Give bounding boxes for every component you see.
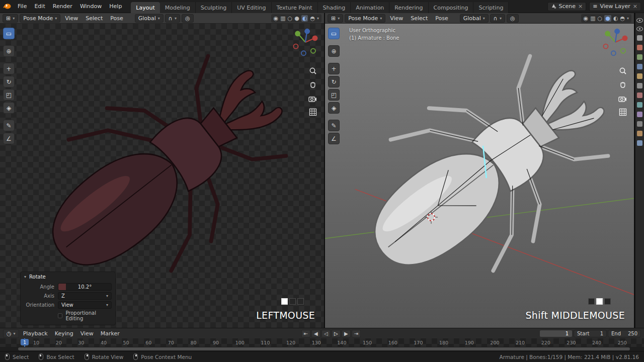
timeline-scrollbar[interactable] xyxy=(0,347,644,351)
view-layer-selector[interactable]: ≡ View Layer × xyxy=(589,2,641,11)
next-keyframe-button[interactable]: ▶ xyxy=(342,330,351,337)
editor-type-button[interactable]: ⊞▾ xyxy=(3,14,18,23)
eye-icon[interactable] xyxy=(636,27,643,31)
tool-cursor[interactable]: ⊕ xyxy=(328,45,340,57)
overlays-icon[interactable]: ◉ xyxy=(274,15,279,22)
workspace-tab[interactable]: Texture Paint xyxy=(272,2,318,13)
menu-playback[interactable]: Playback xyxy=(20,329,51,338)
menu-pose[interactable]: Pose xyxy=(432,14,451,23)
tool-measure[interactable]: ∠ xyxy=(328,133,340,144)
shading-rendered-icon[interactable]: ◓ xyxy=(310,15,315,22)
menu-marker[interactable]: Marker xyxy=(98,329,123,338)
frame-end-field[interactable]: End250 xyxy=(608,330,641,337)
tool-transform[interactable]: ◈ xyxy=(328,102,340,114)
tool-scale[interactable]: ◰ xyxy=(3,89,15,101)
menu-pose[interactable]: Pose xyxy=(107,14,126,23)
jump-to-end-button[interactable]: ⇥ xyxy=(352,330,361,337)
tool-scale[interactable]: ◰ xyxy=(328,89,340,101)
orientation-dropdown[interactable]: Global▾ xyxy=(135,14,164,23)
object-properties-tab-icon[interactable] xyxy=(637,93,642,98)
workspace-tab[interactable]: Compositing xyxy=(429,2,474,13)
editor-type-button[interactable]: ⊞▾ xyxy=(328,14,343,23)
xray-icon[interactable]: ▥ xyxy=(590,15,595,22)
shading-wireframe-icon[interactable]: ○ xyxy=(288,15,293,22)
shading-solid-icon[interactable]: ● xyxy=(294,15,299,22)
shading-wireframe-icon[interactable]: ○ xyxy=(598,15,603,22)
shading-rendered-icon[interactable]: ◓ xyxy=(620,15,625,22)
proportional-editing-checkbox[interactable] xyxy=(58,313,62,318)
jump-to-start-button[interactable]: ⇤ xyxy=(301,330,310,337)
menu-render[interactable]: Render xyxy=(49,2,76,11)
workspace-tab[interactable]: Rendering xyxy=(389,2,428,13)
overlays-icon[interactable]: ◉ xyxy=(584,15,589,22)
workspace-tab[interactable]: Modeling xyxy=(160,2,196,13)
tool-annotate[interactable]: ✎ xyxy=(328,120,340,131)
axis-dropdown[interactable]: Z▾ xyxy=(58,292,112,300)
scene-selector[interactable]: Scene × xyxy=(547,2,587,11)
frame-start-field[interactable]: Start1 xyxy=(574,330,607,337)
workspace-tab[interactable]: Shading xyxy=(318,2,351,13)
perspective-grid-icon[interactable] xyxy=(619,108,627,116)
physics-properties-tab-icon[interactable] xyxy=(637,121,642,127)
perspective-grid-icon[interactable] xyxy=(309,108,317,116)
constraints-properties-tab-icon[interactable] xyxy=(637,131,642,136)
output-properties-tab-icon[interactable] xyxy=(637,54,642,60)
menu-view[interactable]: View xyxy=(62,14,81,23)
camera-icon[interactable] xyxy=(308,95,317,102)
data-properties-tab-icon[interactable] xyxy=(637,140,642,146)
eye-icon[interactable] xyxy=(636,18,643,23)
menu-file[interactable]: File xyxy=(14,2,30,11)
shading-material-icon[interactable]: ◐ xyxy=(301,15,308,22)
render-properties-tab-icon[interactable] xyxy=(637,45,642,50)
close-icon[interactable]: × xyxy=(633,3,637,10)
tool-measure[interactable]: ∠ xyxy=(3,133,15,144)
orientation-dropdown[interactable]: View▾ xyxy=(58,301,112,309)
scrollbar-thumb[interactable] xyxy=(18,347,630,350)
menu-help[interactable]: Help xyxy=(106,2,125,11)
tool-rotate[interactable]: ↻ xyxy=(328,76,340,87)
workspace-tab[interactable]: Scripting xyxy=(473,2,509,13)
orientation-dropdown[interactable]: Global▾ xyxy=(460,14,489,23)
pan-hand-icon[interactable] xyxy=(309,81,317,89)
zoom-icon[interactable] xyxy=(309,67,317,75)
play-button[interactable]: ▷ xyxy=(332,330,341,337)
navigation-gizmo[interactable] xyxy=(601,28,630,59)
tool-move[interactable]: + xyxy=(3,63,15,74)
viewport-left-canvas[interactable]: ▭ ⊕ + ↻ ◰ ◈ ✎ ∠ xyxy=(0,24,324,328)
world-properties-tab-icon[interactable] xyxy=(637,83,642,88)
prev-keyframe-button[interactable]: ◀ xyxy=(311,330,320,337)
angle-field[interactable]: 10.2° xyxy=(58,283,112,291)
camera-icon[interactable] xyxy=(618,95,627,102)
tool-transform[interactable]: ◈ xyxy=(3,102,15,114)
menu-window[interactable]: Window xyxy=(76,2,105,11)
xray-icon[interactable]: ▥ xyxy=(280,15,285,22)
blender-logo-icon[interactable] xyxy=(3,3,12,10)
proportional-edit-button[interactable]: ◎ xyxy=(507,14,519,23)
workspace-tab[interactable]: Animation xyxy=(351,2,389,13)
timeline-ruler[interactable]: 1020304050607080901001101201301401501601… xyxy=(0,338,644,347)
tool-properties-tab-icon[interactable] xyxy=(637,35,642,41)
zoom-icon[interactable] xyxy=(619,67,627,75)
particles-properties-tab-icon[interactable] xyxy=(637,112,642,117)
view-layer-properties-tab-icon[interactable] xyxy=(637,64,642,69)
menu-select[interactable]: Select xyxy=(83,14,106,23)
operator-panel-title[interactable]: ▾Rotate xyxy=(24,274,112,282)
playhead[interactable]: 1 xyxy=(21,338,29,347)
scene-properties-tab-icon[interactable] xyxy=(637,73,642,79)
close-icon[interactable]: × xyxy=(578,3,583,10)
workspace-tab[interactable]: Sculpting xyxy=(196,2,232,13)
snap-button[interactable]: ∩▾ xyxy=(490,14,505,23)
menu-keying[interactable]: Keying xyxy=(52,329,76,338)
workspace-tab[interactable]: UV Editing xyxy=(232,2,271,13)
viewport-right-canvas[interactable]: ▭ ⊕ + ↻ ◰ ◈ ✎ ∠ User Orthographic (1) Ar… xyxy=(325,24,634,328)
proportional-edit-button[interactable]: ◎ xyxy=(182,14,194,23)
shading-material-icon[interactable]: ◐ xyxy=(613,15,618,22)
current-frame-field[interactable]: 1 xyxy=(539,330,573,337)
tool-move[interactable]: + xyxy=(328,63,340,74)
tool-cursor[interactable]: ⊕ xyxy=(3,45,15,57)
snap-button[interactable]: ∩▾ xyxy=(165,14,180,23)
menu-select[interactable]: Select xyxy=(408,14,431,23)
menu-view[interactable]: View xyxy=(387,14,406,23)
beetle-model-clay[interactable] xyxy=(329,35,631,316)
pan-hand-icon[interactable] xyxy=(619,81,627,89)
